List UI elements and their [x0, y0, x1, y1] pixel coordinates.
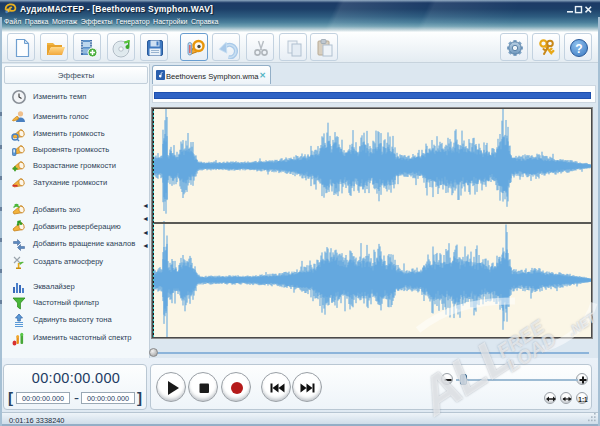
svg-text:1:1: 1:1: [578, 395, 588, 402]
svg-text:?: ?: [575, 42, 582, 56]
